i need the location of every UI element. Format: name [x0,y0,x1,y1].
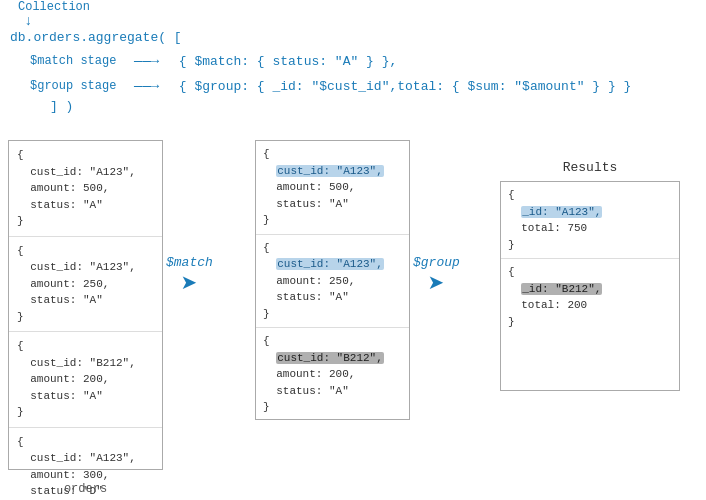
results-inner: { _id: "A123", total: 750 } { _id: "B212… [500,181,680,391]
match-stage-line: $match stage ——→ { $match: { status: "A"… [10,49,690,74]
match-doc-2-highlight: cust_id: "A123", [276,258,384,270]
code-section: Collection ↓ db.orders.aggregate( [ $mat… [10,0,690,114]
match-stage-label: $match stage [30,51,130,73]
doc-2: { cust_id: "A123", amount: 250, status: … [9,237,162,333]
match-doc-2: { cust_id: "A123", amount: 250, status: … [256,235,409,329]
match-arrow-right: ——→ [134,49,159,74]
collection-box: { cust_id: "A123", amount: 500, status: … [8,140,163,470]
result-doc-1: { _id: "A123", total: 750 } [501,182,679,259]
group-arrow-container: $group ➤ [413,255,460,300]
results-label: Results [500,160,680,175]
match-doc-3-highlight: cust_id: "B212", [276,352,384,364]
group-arrow-icon: ➤ [428,272,445,300]
doc-1: { cust_id: "A123", amount: 500, status: … [9,141,162,237]
result-doc-2-highlight: _id: "B212", [521,283,602,295]
match-doc-1-highlight: cust_id: "A123", [276,165,384,177]
result-doc-2: { _id: "B212", total: 200 } [501,259,679,335]
result-doc-1-highlight: _id: "A123", [521,206,602,218]
group-arrow-label: $group [413,255,460,270]
group-stage-code: { $group: { _id: "$cust_id",total: { $su… [163,75,631,98]
code-closing: ] ) [50,99,690,114]
match-doc-3: { cust_id: "B212", amount: 200, status: … [256,328,409,421]
code-main-line: db.orders.aggregate( [ [10,28,690,49]
match-doc-1: { cust_id: "A123", amount: 500, status: … [256,141,409,235]
collection-label: Collection [18,0,690,14]
group-arrow-right: ——→ [134,74,159,99]
match-results-box: { cust_id: "A123", amount: 500, status: … [255,140,410,420]
group-stage-line: $group stage ——→ { $group: { _id: "$cust… [10,74,690,99]
match-arrow-icon: ➤ [181,272,198,300]
collection-name-label: orders [8,482,163,496]
diagram: { cust_id: "A123", amount: 500, status: … [0,130,706,500]
collection-arrow-down: ↓ [24,14,690,28]
page: Collection ↓ db.orders.aggregate( [ $mat… [0,0,706,500]
match-stage-code: { $match: { status: "A" } }, [163,50,397,73]
match-arrow-container: $match ➤ [166,255,213,300]
doc-3: { cust_id: "B212", amount: 200, status: … [9,332,162,428]
group-stage-label: $group stage [30,76,130,98]
results-box: Results { _id: "A123", total: 750 } { _i… [500,160,680,390]
match-arrow-label: $match [166,255,213,270]
